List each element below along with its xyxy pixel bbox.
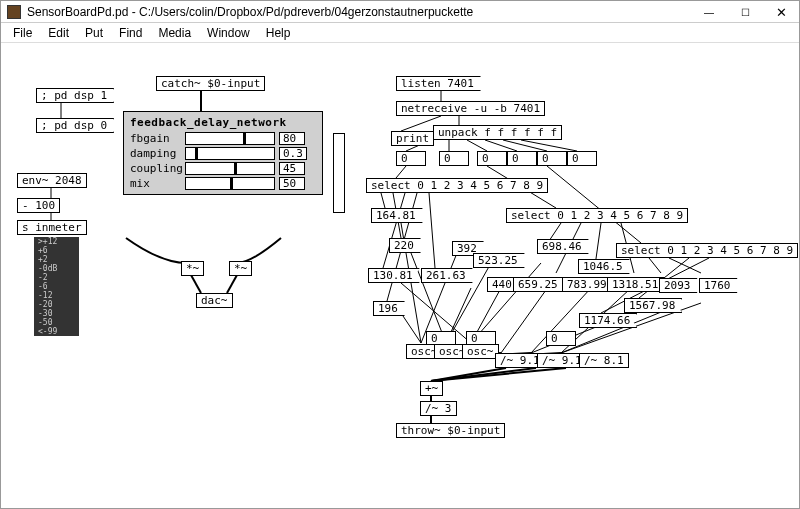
- menu-media[interactable]: Media: [150, 26, 199, 40]
- svg-line-25: [401, 313, 421, 343]
- msg-p[interactable]: 2093: [659, 278, 698, 293]
- num-u2[interactable]: 0: [477, 151, 507, 166]
- num-fbgain[interactable]: 80: [279, 132, 305, 145]
- obj-throw[interactable]: throw~ $0-input: [396, 423, 505, 438]
- msg-k[interactable]: 783.99: [562, 277, 614, 292]
- num-damping[interactable]: 0.3: [279, 147, 307, 160]
- obj-add[interactable]: +~: [420, 381, 443, 396]
- app-window: SensorBoardPd.pd - C:/Users/colin/Dropbo…: [0, 0, 800, 509]
- svg-line-16: [547, 166, 641, 243]
- close-button[interactable]: ✕: [763, 1, 799, 23]
- num-u4[interactable]: 0: [537, 151, 567, 166]
- svg-line-49: [431, 368, 536, 381]
- msg-m[interactable]: 1318.51: [607, 277, 665, 292]
- msg-j[interactable]: 698.46: [537, 239, 589, 254]
- svg-line-19: [383, 193, 405, 268]
- slider-damping[interactable]: [185, 147, 275, 160]
- num-u1[interactable]: 0: [439, 151, 469, 166]
- svg-line-14: [396, 166, 406, 178]
- pd-icon: [7, 5, 21, 19]
- msg-a[interactable]: 164.81: [371, 208, 423, 223]
- svg-line-21: [429, 193, 435, 268]
- menu-find[interactable]: Find: [111, 26, 150, 40]
- msg-pd-dsp-0[interactable]: ; pd dsp 0: [36, 118, 114, 133]
- obj-dac[interactable]: dac~: [196, 293, 233, 308]
- slider-mix[interactable]: [185, 177, 275, 190]
- minimize-button[interactable]: —: [691, 1, 727, 23]
- slider-coupling[interactable]: [185, 162, 275, 175]
- num-env[interactable]: - 100: [17, 198, 60, 213]
- msg-pd-dsp-1[interactable]: ; pd dsp 1: [36, 88, 114, 103]
- msg-q[interactable]: 1760: [699, 278, 738, 293]
- svg-line-4: [227, 275, 237, 293]
- svg-line-41: [649, 258, 661, 273]
- window-title: SensorBoardPd.pd - C:/Users/colin/Dropbo…: [27, 5, 473, 19]
- obj-mul1[interactable]: *~: [181, 261, 204, 276]
- msg-listen[interactable]: listen 7401: [396, 76, 481, 91]
- obj-unpack[interactable]: unpack f f f f f f: [433, 125, 562, 140]
- msg-d[interactable]: 196: [373, 301, 405, 316]
- msg-e[interactable]: 261.63: [421, 268, 473, 283]
- svg-line-50: [431, 368, 566, 381]
- menubar: File Edit Put Find Media Window Help: [1, 23, 799, 43]
- obj-s-inmeter[interactable]: s inmeter: [17, 220, 87, 235]
- obj-catch[interactable]: catch~ $0-input: [156, 76, 265, 91]
- maximize-button[interactable]: ☐: [727, 1, 763, 23]
- svg-line-10: [467, 140, 487, 151]
- obj-select-b[interactable]: select 0 1 2 3 4 5 6 7 8 9: [506, 208, 688, 223]
- menu-file[interactable]: File: [5, 26, 40, 40]
- num-u0[interactable]: 0: [396, 151, 426, 166]
- msg-l[interactable]: 1046.5: [578, 259, 630, 274]
- obj-select-c[interactable]: select 0 1 2 3 4 5 6 7 8 9: [616, 243, 798, 258]
- svg-line-48: [431, 368, 506, 381]
- svg-line-12: [503, 140, 547, 151]
- vslider[interactable]: [333, 133, 345, 213]
- num-coupling[interactable]: 45: [279, 162, 305, 175]
- obj-netreceive[interactable]: netreceive -u -b 7401: [396, 101, 545, 116]
- vu-meter: >+12+6+2 -0dB-2-6 -12-20-30 -50<-99: [34, 237, 79, 336]
- msg-g[interactable]: 523.25: [473, 253, 525, 268]
- subpatch-fdn[interactable]: feedback_delay_network fbgain 80 damping…: [123, 111, 323, 195]
- num-u5[interactable]: 0: [567, 151, 597, 166]
- obj-mul2[interactable]: *~: [229, 261, 252, 276]
- msg-b[interactable]: 220: [389, 238, 421, 253]
- svg-line-3: [191, 275, 201, 293]
- menu-edit[interactable]: Edit: [40, 26, 77, 40]
- patch-canvas[interactable]: ; pd dsp 1 ; pd dsp 0 env~ 2048 - 100 s …: [1, 43, 799, 508]
- svg-line-42: [669, 258, 701, 273]
- obj-select-a[interactable]: select 0 1 2 3 4 5 6 7 8 9: [366, 178, 548, 193]
- menu-put[interactable]: Put: [77, 26, 111, 40]
- fdn-mix-row: mix 50: [130, 177, 316, 190]
- svg-line-13: [521, 140, 577, 151]
- num-mix[interactable]: 50: [279, 177, 305, 190]
- fdn-coupling-row: coupling 45: [130, 162, 316, 175]
- obj-osc3[interactable]: osc~: [462, 344, 499, 359]
- titlebar[interactable]: SensorBoardPd.pd - C:/Users/colin/Dropbo…: [1, 1, 799, 23]
- msg-c[interactable]: 130.81: [368, 268, 420, 283]
- msg-o[interactable]: 1567.98: [624, 298, 682, 313]
- fdn-damping-row: damping 0.3: [130, 147, 316, 160]
- svg-line-17: [381, 193, 385, 208]
- obj-print[interactable]: print: [391, 131, 434, 146]
- obj-env[interactable]: env~ 2048: [17, 173, 87, 188]
- num-osc3[interactable]: 0: [546, 331, 576, 346]
- msg-n[interactable]: 1174.66: [579, 313, 637, 328]
- msg-i[interactable]: 659.25: [513, 277, 565, 292]
- slider-fbgain[interactable]: [185, 132, 275, 145]
- obj-divfinal[interactable]: /~ 3: [420, 401, 457, 416]
- menu-help[interactable]: Help: [258, 26, 299, 40]
- svg-line-23: [411, 253, 446, 343]
- svg-line-31: [501, 283, 551, 353]
- obj-div3[interactable]: /~ 8.1: [579, 353, 629, 368]
- subpatch-title: feedback_delay_network: [130, 116, 316, 129]
- num-u3[interactable]: 0: [507, 151, 537, 166]
- svg-line-26: [421, 243, 461, 343]
- menu-window[interactable]: Window: [199, 26, 258, 40]
- fdn-fbgain-row: fbgain 80: [130, 132, 316, 145]
- svg-line-11: [485, 140, 517, 151]
